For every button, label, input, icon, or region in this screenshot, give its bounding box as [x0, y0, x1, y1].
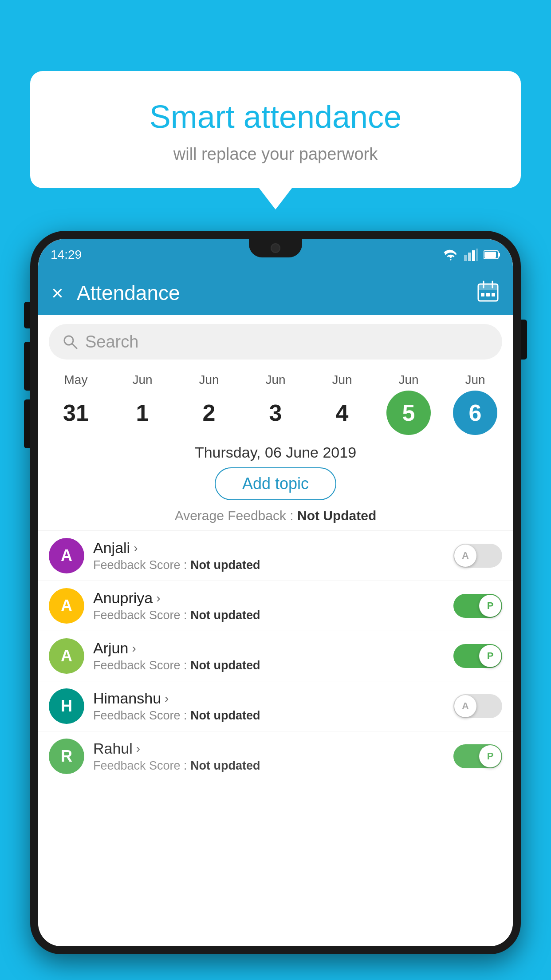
status-bar: 14:29: [38, 239, 513, 271]
bubble-subtitle: will replace your paperwork: [57, 145, 494, 164]
student-info: Arjun ›Feedback Score : Not updated: [93, 640, 445, 672]
attendance-toggle[interactable]: P: [453, 644, 502, 668]
attendance-toggle[interactable]: P: [453, 594, 502, 618]
search-placeholder: Search: [85, 332, 138, 352]
svg-rect-0: [464, 255, 467, 261]
cal-day-number[interactable]: 6: [453, 391, 497, 435]
search-icon: [62, 334, 78, 350]
student-info: Rahul ›Feedback Score : Not updated: [93, 740, 445, 773]
student-item[interactable]: RRahul ›Feedback Score : Not updatedP: [38, 731, 513, 781]
student-name: Rahul ›: [93, 740, 445, 757]
student-feedback: Feedback Score : Not updated: [93, 709, 445, 723]
cal-day-number[interactable]: 5: [386, 391, 431, 435]
app-title: Attendance: [77, 281, 476, 305]
student-name: Arjun ›: [93, 640, 445, 657]
volume-up-button: [24, 342, 30, 391]
student-item[interactable]: AAnjali ›Feedback Score : Not updatedA: [38, 530, 513, 581]
avatar: A: [49, 638, 84, 674]
speech-bubble-container: Smart attendance will replace your paper…: [30, 71, 521, 188]
svg-rect-2: [472, 250, 475, 261]
cal-day-number[interactable]: 2: [187, 391, 231, 435]
svg-rect-3: [476, 249, 478, 261]
chevron-right-icon: ›: [156, 591, 160, 605]
cal-month-label: Jun: [465, 373, 485, 387]
student-feedback: Feedback Score : Not updated: [93, 609, 445, 622]
camera: [271, 243, 280, 253]
avatar: R: [49, 739, 84, 774]
student-item[interactable]: AAnupriya ›Feedback Score : Not updatedP: [38, 581, 513, 631]
student-info: Himanshu ›Feedback Score : Not updated: [93, 690, 445, 723]
cal-day-number[interactable]: 3: [253, 391, 298, 435]
speech-bubble: Smart attendance will replace your paper…: [30, 71, 521, 188]
chevron-right-icon: ›: [134, 541, 138, 555]
selected-date: Thursday, 06 June 2019: [38, 439, 513, 467]
app-bar: × Attendance: [38, 271, 513, 315]
signal-icon: [464, 249, 478, 261]
svg-rect-6: [484, 252, 496, 258]
student-info: Anjali ›Feedback Score : Not updated: [93, 539, 445, 572]
cal-day-number[interactable]: 1: [120, 391, 165, 435]
phone-frame: 14:29: [30, 231, 521, 980]
attendance-toggle[interactable]: P: [453, 744, 502, 768]
attendance-toggle[interactable]: A: [453, 544, 502, 568]
close-button[interactable]: ×: [51, 283, 63, 303]
toggle-knob: P: [479, 595, 501, 617]
calendar-day[interactable]: Jun4: [315, 373, 369, 435]
chevron-right-icon: ›: [165, 692, 169, 706]
cal-month-label: Jun: [132, 373, 152, 387]
cal-month-label: Jun: [332, 373, 352, 387]
chevron-right-icon: ›: [132, 641, 136, 656]
svg-line-15: [72, 344, 77, 348]
student-feedback: Feedback Score : Not updated: [93, 659, 445, 672]
cal-month-label: Jun: [265, 373, 285, 387]
bubble-title: Smart attendance: [57, 98, 494, 136]
calendar-day[interactable]: Jun6: [449, 373, 502, 435]
search-bar-container: Search: [38, 315, 513, 364]
svg-rect-11: [481, 293, 484, 296]
calendar-day[interactable]: Jun2: [182, 373, 236, 435]
status-icons: [443, 249, 500, 261]
app-content: Search May31Jun1Jun2Jun3Jun4Jun5Jun6 Thu…: [38, 315, 513, 946]
calendar-day[interactable]: Jun5: [382, 373, 435, 435]
phone-inner: 14:29: [38, 239, 513, 946]
avatar: A: [49, 588, 84, 624]
cal-month-label: May: [64, 373, 88, 387]
attendance-toggle[interactable]: A: [453, 694, 502, 718]
search-bar[interactable]: Search: [49, 324, 502, 360]
student-name: Anupriya ›: [93, 589, 445, 607]
student-item[interactable]: AArjun ›Feedback Score : Not updatedP: [38, 631, 513, 681]
calendar-day[interactable]: May31: [49, 373, 102, 435]
student-feedback: Feedback Score : Not updated: [93, 759, 445, 773]
notch: [249, 239, 302, 257]
status-time: 14:29: [51, 248, 82, 262]
volume-silent-button: [24, 302, 30, 328]
avatar: H: [49, 688, 84, 724]
chevron-right-icon: ›: [136, 742, 140, 756]
student-name: Anjali ›: [93, 539, 445, 557]
toggle-knob: P: [479, 645, 501, 667]
average-feedback: Average Feedback : Not Updated: [38, 508, 513, 523]
svg-rect-12: [486, 293, 490, 296]
cal-day-number[interactable]: 4: [320, 391, 364, 435]
avg-feedback-value: Not Updated: [297, 508, 376, 523]
svg-rect-1: [468, 253, 471, 261]
battery-icon: [484, 250, 500, 260]
svg-rect-13: [492, 293, 495, 296]
phone-outer: 14:29: [30, 231, 521, 954]
avg-feedback-label: Average Feedback :: [175, 508, 294, 523]
toggle-knob: A: [454, 695, 476, 717]
avatar: A: [49, 538, 84, 573]
add-topic-button[interactable]: Add topic: [215, 467, 336, 500]
student-list: AAnjali ›Feedback Score : Not updatedAAA…: [38, 530, 513, 781]
cal-month-label: Jun: [398, 373, 418, 387]
student-item[interactable]: HHimanshu ›Feedback Score : Not updatedA: [38, 681, 513, 731]
calendar-day[interactable]: Jun1: [116, 373, 169, 435]
svg-rect-5: [498, 253, 500, 257]
calendar-button[interactable]: [476, 280, 500, 307]
cal-month-label: Jun: [199, 373, 219, 387]
calendar-day[interactable]: Jun3: [249, 373, 302, 435]
svg-rect-8: [478, 284, 498, 290]
toggle-knob: A: [454, 545, 476, 567]
wifi-icon: [443, 249, 459, 261]
cal-day-number[interactable]: 31: [54, 391, 98, 435]
